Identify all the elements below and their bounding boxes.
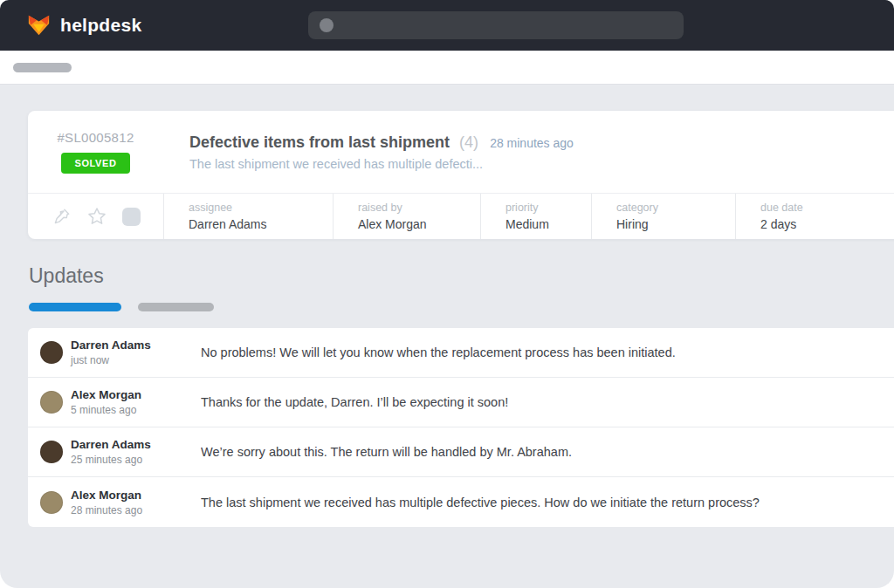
field-label: assignee <box>189 202 333 214</box>
select-checkbox[interactable] <box>122 208 141 226</box>
tab-inactive-indicator[interactable] <box>138 303 214 311</box>
field-due-date: due date 2 days <box>735 194 894 239</box>
message-time: 5 minutes ago <box>71 404 141 416</box>
message-row[interactable]: Darren Adams 25 minutes ago We’re sorry … <box>28 427 894 477</box>
avatar <box>40 441 63 463</box>
status-badge: SOLVED <box>61 153 129 174</box>
message-text: We’re sorry about this. The return will … <box>201 445 894 459</box>
message-row[interactable]: Alex Morgan 5 minutes ago Thanks for the… <box>28 378 894 427</box>
main-content: #SL0005812 SOLVED Defective items from l… <box>0 85 894 527</box>
message-text: Thanks for the update, Darren. I’ll be e… <box>201 395 894 409</box>
message-time: just now <box>71 354 151 366</box>
message-author-block: Alex Morgan 28 minutes ago <box>71 489 142 516</box>
app-window: helpdesk #SL0005812 SOLVED Defective ite… <box>0 0 894 588</box>
ticket-id-column: #SL0005812 SOLVED <box>28 130 163 174</box>
avatar <box>40 391 63 414</box>
message-author-block: Darren Adams 25 minutes ago <box>71 438 151 466</box>
ticket-title: Defective items from last shipment <box>189 133 450 151</box>
ticket-header: #SL0005812 SOLVED Defective items from l… <box>28 111 894 193</box>
field-label: priority <box>505 202 591 214</box>
ticket-card: #SL0005812 SOLVED Defective items from l… <box>28 111 894 239</box>
search-input[interactable] <box>308 11 684 39</box>
message-author: Darren Adams <box>71 438 151 451</box>
star-icon[interactable] <box>86 206 107 227</box>
message-author: Alex Morgan <box>71 388 141 401</box>
message-row[interactable]: Darren Adams just now No problems! We wi… <box>28 328 894 378</box>
ticket-message-count: (4) <box>459 133 478 151</box>
updates-tabs <box>29 303 894 311</box>
message-time: 28 minutes ago <box>71 504 142 516</box>
message-list: Darren Adams just now No problems! We wi… <box>28 328 894 527</box>
field-label: raised by <box>358 202 480 214</box>
message-time: 25 minutes ago <box>71 454 151 466</box>
message-author: Alex Morgan <box>71 489 142 502</box>
message-row[interactable]: Alex Morgan 28 minutes ago The last ship… <box>28 477 894 527</box>
avatar <box>40 491 63 514</box>
tab-active-indicator[interactable] <box>29 303 121 311</box>
message-author: Darren Adams <box>71 338 151 352</box>
pin-icon[interactable] <box>52 207 72 227</box>
top-bar: helpdesk <box>0 0 894 51</box>
ticket-timestamp: 28 minutes ago <box>490 136 574 150</box>
ticket-excerpt: The last shipment we received has multip… <box>189 157 574 171</box>
message-text: No problems! We will let you know when t… <box>201 345 894 359</box>
message-author-block: Darren Adams just now <box>71 338 151 366</box>
field-value: 2 days <box>760 217 894 231</box>
field-value: Medium <box>505 217 591 231</box>
field-label: category <box>616 202 735 214</box>
field-value: Darren Adams <box>189 217 333 231</box>
ticket-title-column: Defective items from last shipment (4) 2… <box>163 133 574 171</box>
message-author-block: Alex Morgan 5 minutes ago <box>71 388 141 416</box>
search-icon <box>320 18 334 32</box>
field-label: due date <box>760 202 894 214</box>
field-value: Alex Morgan <box>358 217 480 231</box>
field-value: Hiring <box>616 217 735 231</box>
breadcrumb-placeholder <box>13 63 72 72</box>
ticket-actions <box>28 194 163 239</box>
message-text: The last shipment we received has multip… <box>201 496 894 509</box>
checkbox-square <box>122 208 141 226</box>
brand-title: helpdesk <box>60 15 141 36</box>
avatar <box>40 341 63 364</box>
breadcrumb-strip <box>0 51 894 85</box>
field-assignee: assignee Darren Adams <box>163 194 333 239</box>
ticket-id: #SL0005812 <box>28 130 163 145</box>
updates-heading: Updates <box>29 264 894 288</box>
field-priority: priority Medium <box>480 194 591 239</box>
field-raised-by: raised by Alex Morgan <box>333 194 480 239</box>
helpdesk-fox-logo-icon <box>27 15 51 37</box>
field-category: category Hiring <box>591 194 735 239</box>
ticket-meta-row: assignee Darren Adams raised by Alex Mor… <box>28 194 894 239</box>
